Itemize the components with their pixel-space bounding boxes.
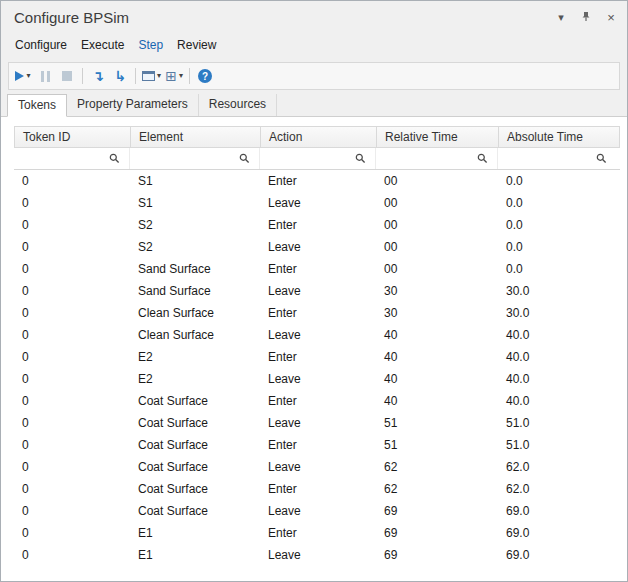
table-cell: Clean Surface [130, 302, 260, 324]
filter-row [14, 148, 620, 170]
table-cell: Enter [260, 258, 376, 280]
table-row[interactable]: 0S1Leave000.0 [14, 192, 620, 214]
table-row[interactable]: 0E2Enter4040.0 [14, 346, 620, 368]
column-header[interactable]: Relative Time [377, 127, 499, 147]
filter-cell[interactable] [498, 148, 616, 169]
table-cell: 69 [376, 522, 498, 544]
open-console-button[interactable]: ▾ [140, 65, 163, 87]
window-menu-button[interactable]: ▾ [553, 9, 569, 25]
table-cell: 0 [14, 390, 130, 412]
table-cell: Coat Surface [130, 412, 260, 434]
table-row[interactable]: 0Coat SurfaceEnter4040.0 [14, 390, 620, 412]
grid-icon: ⊞ [165, 69, 177, 83]
table-cell: 0 [14, 522, 130, 544]
table-cell: 62.0 [498, 456, 616, 478]
table-cell: Leave [260, 412, 376, 434]
table-cell: 0 [14, 412, 130, 434]
table-cell: 69.0 [498, 522, 616, 544]
run-simulation-button[interactable]: ▾ [12, 65, 34, 87]
tab-property-parameters[interactable]: Property Parameters [67, 94, 199, 116]
column-header[interactable]: Absolute Time [499, 127, 617, 147]
table-row[interactable]: 0Coat SurfaceEnter5151.0 [14, 434, 620, 456]
table-cell: Leave [260, 192, 376, 214]
table-cell: E1 [130, 544, 260, 566]
table-cell: 0 [14, 500, 130, 522]
table-row[interactable]: 0E1Leave6969.0 [14, 544, 620, 566]
table-cell: 0.0 [498, 214, 616, 236]
step-into-button[interactable]: ↳ [109, 65, 131, 87]
window-icon [142, 71, 155, 81]
toolbar: ▾↴↳▾⊞▾? [8, 62, 620, 90]
table-cell: 40 [376, 324, 498, 346]
table-cell: Enter [260, 522, 376, 544]
menu-bar: Configure Execute Step Review [1, 33, 627, 57]
menu-review[interactable]: Review [170, 36, 223, 54]
table-row[interactable]: 0E1Enter6969.0 [14, 522, 620, 544]
table-cell: E2 [130, 346, 260, 368]
table-row[interactable]: 0Sand SurfaceEnter000.0 [14, 258, 620, 280]
table-row[interactable]: 0Coat SurfaceLeave6262.0 [14, 456, 620, 478]
stop-simulation-button[interactable] [56, 65, 78, 87]
table-cell: 0 [14, 302, 130, 324]
column-header[interactable]: Action [261, 127, 377, 147]
stop-icon [62, 71, 72, 81]
window-controls: ▾ × [553, 9, 619, 25]
table-cell: 69.0 [498, 500, 616, 522]
column-header[interactable]: Token ID [15, 127, 131, 147]
menu-step[interactable]: Step [131, 36, 170, 54]
close-button[interactable]: × [603, 9, 619, 25]
table-cell: 00 [376, 170, 498, 192]
step-over-button[interactable]: ↴ [87, 65, 109, 87]
table-row[interactable]: 0S2Enter000.0 [14, 214, 620, 236]
table-cell: 62 [376, 478, 498, 500]
table-body: 0S1Enter000.00S1Leave000.00S2Enter000.00… [14, 170, 620, 566]
help-button[interactable]: ? [194, 65, 216, 87]
table-cell: 69.0 [498, 544, 616, 566]
table-cell: Enter [260, 214, 376, 236]
step-over-icon: ↴ [92, 69, 104, 83]
pause-simulation-button[interactable] [34, 65, 56, 87]
table-row[interactable]: 0S2Leave000.0 [14, 236, 620, 258]
table-row[interactable]: 0Sand SurfaceLeave3030.0 [14, 280, 620, 302]
table-cell: Enter [260, 346, 376, 368]
filter-cell[interactable] [376, 148, 498, 169]
table-cell: 51 [376, 412, 498, 434]
chevron-down-icon: ▾ [26, 72, 30, 80]
table-row[interactable]: 0E2Leave4040.0 [14, 368, 620, 390]
table-row[interactable]: 0Coat SurfaceLeave5151.0 [14, 412, 620, 434]
table-cell: Enter [260, 390, 376, 412]
menu-execute[interactable]: Execute [74, 36, 131, 54]
tab-tokens[interactable]: Tokens [7, 94, 67, 117]
play-icon [15, 71, 24, 81]
table-cell: E2 [130, 368, 260, 390]
table-cell: 51 [376, 434, 498, 456]
table-cell: S1 [130, 192, 260, 214]
table-row[interactable]: 0Clean SurfaceLeave4040.0 [14, 324, 620, 346]
table-row[interactable]: 0Coat SurfaceLeave6969.0 [14, 500, 620, 522]
table-cell: Coat Surface [130, 478, 260, 500]
tab-resources[interactable]: Resources [199, 94, 277, 116]
table-row[interactable]: 0Clean SurfaceEnter3030.0 [14, 302, 620, 324]
table-cell: 0 [14, 236, 130, 258]
column-header[interactable]: Element [131, 127, 261, 147]
table-cell: Sand Surface [130, 280, 260, 302]
table-cell: S1 [130, 170, 260, 192]
search-icon [239, 153, 250, 164]
search-icon [477, 153, 488, 164]
filter-cell[interactable] [260, 148, 376, 169]
table-cell: Enter [260, 434, 376, 456]
table-cell: Leave [260, 456, 376, 478]
chevron-down-icon: ▾ [179, 72, 183, 80]
token-display-button[interactable]: ⊞▾ [163, 65, 185, 87]
table-cell: Leave [260, 500, 376, 522]
pin-button[interactable] [578, 9, 594, 25]
toolbar-strip: ▾↴↳▾⊞▾? [1, 57, 627, 94]
filter-cell[interactable] [14, 148, 130, 169]
table-cell: 0.0 [498, 258, 616, 280]
filter-cell[interactable] [130, 148, 260, 169]
table-cell: Clean Surface [130, 324, 260, 346]
menu-configure[interactable]: Configure [8, 36, 74, 54]
table-cell: 0 [14, 434, 130, 456]
table-row[interactable]: 0Coat SurfaceEnter6262.0 [14, 478, 620, 500]
table-row[interactable]: 0S1Enter000.0 [14, 170, 620, 192]
